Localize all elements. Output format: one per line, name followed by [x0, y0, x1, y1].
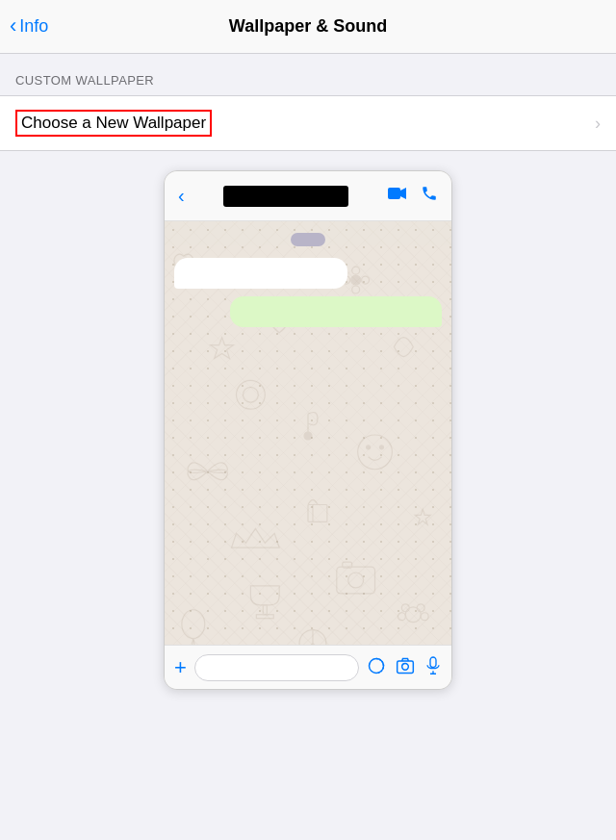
- wallpaper-list-section: Choose a New Wallpaper ›: [0, 95, 616, 151]
- add-attachment-icon: +: [174, 655, 187, 680]
- chevron-left-icon: ‹: [10, 15, 16, 37]
- messages-area: [165, 221, 451, 339]
- back-label: Info: [19, 16, 48, 37]
- sticker-icon: [367, 656, 386, 679]
- chat-footer: +: [165, 645, 451, 689]
- section-header: CUSTOM WALLPAPER: [0, 54, 616, 95]
- microphone-icon: [424, 656, 442, 679]
- svg-point-36: [402, 663, 409, 670]
- chat-contact-name-redacted: [223, 186, 348, 207]
- message-input-field[interactable]: [194, 654, 359, 681]
- phone-call-icon: [421, 185, 438, 207]
- sent-message-bubble: [230, 296, 442, 327]
- svg-point-15: [380, 445, 384, 449]
- back-button[interactable]: ‹ Info: [10, 16, 48, 37]
- svg-point-14: [367, 445, 371, 449]
- svg-rect-0: [388, 188, 400, 199]
- page-title: Wallpaper & Sound: [229, 16, 387, 37]
- navigation-bar: ‹ Info Wallpaper & Sound: [0, 0, 616, 54]
- date-chip: [291, 233, 325, 246]
- phone-preview: ‹: [164, 170, 452, 690]
- chevron-right-icon: ›: [595, 114, 601, 134]
- camera-icon: [396, 656, 415, 679]
- video-call-icon: [388, 186, 407, 206]
- chat-wallpaper-background: [165, 221, 451, 645]
- chat-back-icon: ‹: [178, 185, 185, 207]
- svg-rect-37: [430, 657, 436, 668]
- wallpaper-preview-area: ‹: [0, 151, 616, 709]
- choose-wallpaper-label: Choose a New Wallpaper: [15, 110, 212, 137]
- choose-wallpaper-row[interactable]: Choose a New Wallpaper ›: [0, 96, 616, 150]
- received-message-bubble: [174, 258, 347, 289]
- svg-point-12: [304, 432, 312, 440]
- footer-action-icons: [367, 656, 442, 679]
- chat-action-icons: [388, 185, 438, 207]
- chat-header: ‹: [165, 171, 451, 221]
- svg-marker-1: [400, 188, 406, 199]
